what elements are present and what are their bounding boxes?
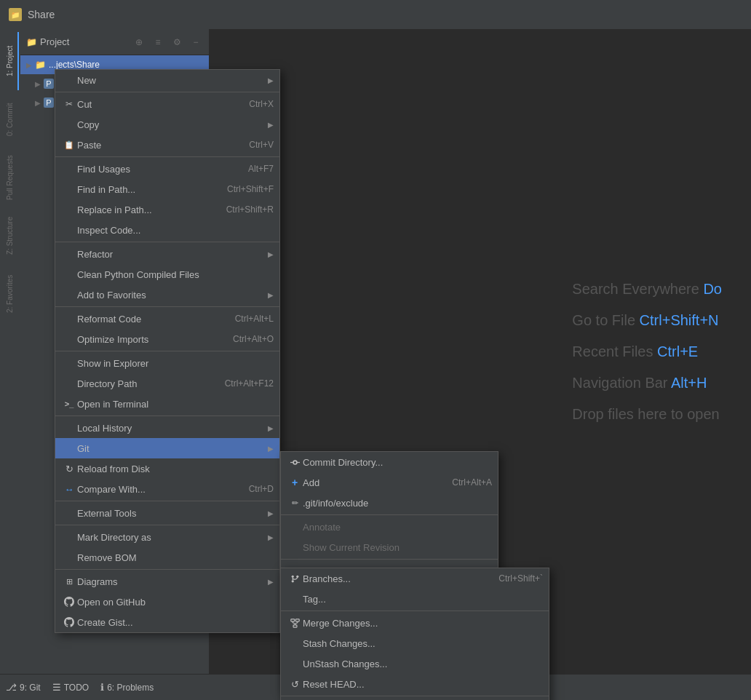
hint-go-to-file: Go to File Ctrl+Shift+N — [572, 312, 722, 329]
favorites-label: Add to Favorites — [77, 290, 265, 301]
sidebar-locate-btn[interactable]: ⊕ — [132, 35, 146, 49]
copy-label: Copy — [77, 119, 265, 130]
git-menu-commit[interactable]: Commit Directory... — [281, 452, 498, 472]
separator-5 — [55, 351, 279, 351]
repo-separator-1 — [281, 610, 549, 611]
menu-item-find-usages[interactable]: Find Usages Alt+F7 — [55, 159, 279, 179]
git-menu-show-rev[interactable]: Show Current Revision — [281, 537, 498, 557]
menu-item-local-history[interactable]: Local History ▶ — [55, 418, 279, 438]
open-terminal-icon: >_ — [61, 399, 77, 408]
status-todo[interactable]: ☰ TODO — [52, 682, 89, 693]
stash-label: Stash Changes... — [303, 638, 543, 649]
menu-item-external-tools[interactable]: External Tools ▶ — [55, 503, 279, 523]
git-menu-add[interactable]: + Add Ctrl+Alt+A — [281, 472, 498, 493]
repo-menu-branches[interactable]: Branches... Ctrl+Shift+` — [281, 568, 549, 589]
git-separator-2 — [281, 559, 498, 560]
external-tools-label: External Tools — [77, 508, 265, 519]
svg-rect-8 — [293, 624, 297, 627]
add-shortcut: Ctrl+Alt+A — [452, 477, 492, 488]
optimize-label: Optimize Imports — [77, 334, 227, 345]
refactor-arrow: ▶ — [268, 250, 274, 258]
replace-path-shortcut: Ctrl+Shift+R — [226, 204, 274, 215]
repo-menu-reset[interactable]: ↺ Reset HEAD... — [281, 674, 549, 694]
item-icon-2: P — [44, 79, 54, 89]
compare-shortcut: Ctrl+D — [249, 484, 274, 494]
menu-item-replace-path[interactable]: Replace in Path... Ctrl+Shift+R — [55, 199, 279, 220]
new-label: New — [77, 75, 265, 86]
hint-navigation-bar: Navigation Bar Alt+H — [572, 375, 722, 391]
menu-item-mark-directory[interactable]: Mark Directory as ▶ — [55, 527, 279, 547]
svg-point-4 — [291, 580, 293, 582]
menu-item-compare[interactable]: ↔ Compare With... Ctrl+D — [55, 479, 279, 499]
svg-point-0 — [293, 461, 297, 464]
menu-item-create-gist[interactable]: Create Gist... — [55, 612, 279, 632]
menu-item-diagrams[interactable]: ⊞ Diagrams ▶ — [55, 571, 279, 592]
problems-text: 6: Problems — [107, 683, 154, 693]
directory-path-shortcut: Ctrl+Alt+F12 — [225, 378, 274, 389]
menu-item-new[interactable]: New ▶ — [55, 70, 279, 90]
tree-arrow-3: ▶ — [35, 99, 41, 107]
add-icon: + — [287, 477, 303, 488]
sidebar-item-commit[interactable]: 0: Commit — [1, 90, 19, 148]
menu-item-show-explorer[interactable]: Show in Explorer — [55, 353, 279, 373]
menu-item-copy[interactable]: Copy ▶ — [55, 114, 279, 135]
context-menu: New ▶ ✂ Cut Ctrl+X Copy ▶ 📋 Paste Ctrl+V… — [55, 69, 280, 633]
git-menu-annotate[interactable]: Annotate — [281, 517, 498, 537]
repo-menu-merge[interactable]: Merge Changes... — [281, 613, 549, 633]
menu-item-open-github[interactable]: Open on GitHub — [55, 592, 279, 612]
menu-item-reformat[interactable]: Reformat Code Ctrl+Alt+L — [55, 309, 279, 329]
menu-item-cut[interactable]: ✂ Cut Ctrl+X — [55, 94, 279, 114]
diagrams-icon: ⊞ — [61, 577, 77, 586]
sidebar-filter-btn[interactable]: ≡ — [151, 35, 165, 49]
menu-item-refactor[interactable]: Refactor ▶ — [55, 244, 279, 264]
menu-item-open-terminal[interactable]: >_ Open in Terminal — [55, 394, 279, 414]
menu-item-paste[interactable]: 📋 Paste Ctrl+V — [55, 135, 279, 155]
menu-item-find-path[interactable]: Find in Path... Ctrl+Shift+F — [55, 179, 279, 199]
menu-item-favorites[interactable]: Add to Favorites ▶ — [55, 285, 279, 305]
find-path-shortcut: Ctrl+Shift+F — [227, 184, 274, 194]
tree-arrow: ▶ — [26, 61, 32, 69]
todo-icon: ☰ — [52, 682, 61, 693]
find-usages-label: Find Usages — [77, 164, 242, 175]
separator-1 — [55, 92, 279, 92]
open-terminal-label: Open in Terminal — [77, 399, 274, 410]
menu-item-clean-python[interactable]: Clean Python Compiled Files — [55, 264, 279, 285]
git-label: Git — [77, 443, 265, 454]
menu-item-optimize[interactable]: Optimize Imports Ctrl+Alt+O — [55, 329, 279, 349]
todo-text: TODO — [64, 683, 89, 693]
sidebar-item-favorites[interactable]: 2: Favorites — [1, 265, 19, 323]
repo-menu-stash[interactable]: Stash Changes... — [281, 633, 549, 653]
menu-item-inspect[interactable]: Inspect Code... — [55, 220, 279, 240]
git-separator-1 — [281, 514, 498, 515]
sidebar-item-project[interactable]: 1: Project — [1, 32, 19, 90]
diagrams-label: Diagrams — [77, 576, 265, 587]
sidebar-folder-icon: 📁 — [26, 37, 37, 47]
add-label: Add — [303, 477, 446, 488]
sidebar-item-structure[interactable]: Z: Structure — [1, 207, 19, 265]
repo-menu-unstash[interactable]: UnStash Changes... — [281, 653, 549, 674]
sidebar-item-pull-requests[interactable]: Pull Requests — [1, 148, 19, 207]
git-menu-exclude[interactable]: ✏ .git/info/exclude — [281, 493, 498, 513]
sidebar-settings-btn[interactable]: ⚙ — [170, 35, 184, 49]
mark-directory-arrow: ▶ — [268, 533, 274, 541]
show-explorer-label: Show in Explorer — [77, 358, 274, 369]
menu-item-git[interactable]: Git ▶ — [55, 438, 279, 458]
status-problems[interactable]: ℹ 6: Problems — [100, 682, 154, 693]
inspect-label: Inspect Code... — [77, 225, 274, 236]
status-git[interactable]: ⎇ 9: Git — [6, 682, 41, 693]
svg-rect-7 — [295, 619, 299, 621]
editor-hints: Search Everywhere Do Go to File Ctrl+Shi… — [572, 281, 722, 423]
problems-icon: ℹ — [100, 682, 104, 693]
replace-path-label: Replace in Path... — [77, 204, 220, 215]
separator-4 — [55, 306, 279, 307]
menu-item-directory-path[interactable]: Directory Path Ctrl+Alt+F12 — [55, 373, 279, 394]
remove-bom-label: Remove BOM — [77, 552, 274, 563]
repo-menu-tag[interactable]: Tag... — [281, 589, 549, 609]
menu-item-reload[interactable]: ↻ Reload from Disk — [55, 458, 279, 479]
sidebar-hide-btn[interactable]: − — [188, 35, 203, 49]
find-path-label: Find in Path... — [77, 184, 221, 195]
merge-label: Merge Changes... — [303, 618, 543, 629]
find-usages-shortcut: Alt+F7 — [248, 164, 274, 174]
new-arrow: ▶ — [268, 76, 274, 84]
menu-item-remove-bom[interactable]: Remove BOM — [55, 547, 279, 568]
